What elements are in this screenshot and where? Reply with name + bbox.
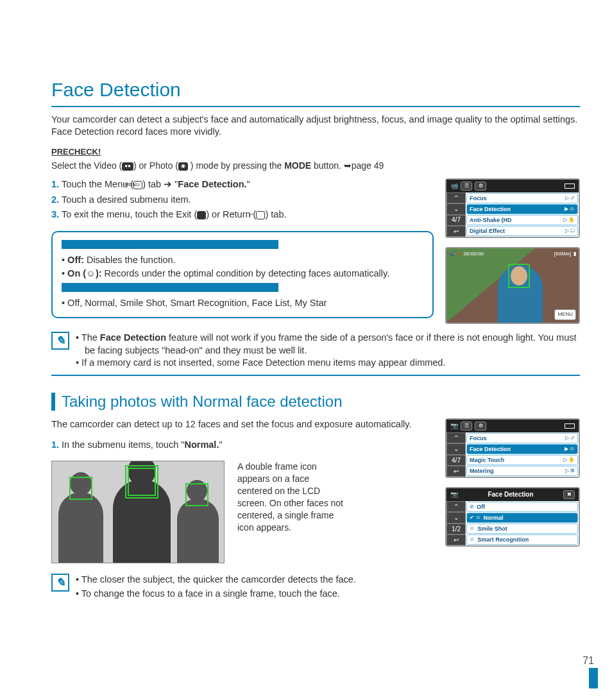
step-num: 1. <box>51 440 59 450</box>
precheck-label: PRECHECK! <box>51 146 580 158</box>
menu-item-focus[interactable]: Focus▷ ⤢ <box>466 193 578 203</box>
note-1b: If a memory card is not inserted, some F… <box>76 357 580 370</box>
note-2: ✎ The closer the subject, the quicker th… <box>51 574 580 601</box>
settings-tab[interactable]: ⚙ <box>475 422 486 431</box>
steps-list: 1.Touch the Menu (MENU) tab ➔ "Face Dete… <box>51 178 434 221</box>
settings-tab[interactable]: ⚙ <box>475 182 486 191</box>
close-button[interactable]: ✖ <box>563 490 575 499</box>
note-icon: ✎ <box>51 574 69 592</box>
down-button[interactable]: ⌄ <box>446 203 466 214</box>
down-button[interactable]: ⌄ <box>446 443 466 454</box>
submenu-off: Off: Disables the function. <box>62 254 423 267</box>
note-2a: The closer the subject, the quicker the … <box>76 574 356 586</box>
up-button[interactable]: ⌃ <box>446 432 466 443</box>
down-button[interactable]: ⌄ <box>446 512 466 523</box>
battery-icon <box>565 423 575 429</box>
submenu-on: On (☺): Records under the optimal condit… <box>62 268 423 280</box>
text: Touch a desired submenu item. <box>62 194 191 205</box>
step-2: 2.Touch a desired submenu item. <box>51 194 434 207</box>
up-button[interactable]: ⌃ <box>446 501 466 512</box>
remain-time: [60Min] <box>554 251 571 258</box>
text: ) tab ➔ " <box>142 179 178 189</box>
precheck-text: Select the Video (●●) or Photo (◉ ) mode… <box>51 160 580 172</box>
text: Face Detection <box>100 332 166 343</box>
text: In the submenu items, touch " <box>62 440 184 450</box>
text: ) tab. <box>265 209 286 219</box>
step-1: 1.Touch the Menu (MENU) tab ➔ "Face Dete… <box>51 178 434 191</box>
mode-icon: 📹 <box>450 182 458 191</box>
submenu-box: Off: Disables the function. On (☺): Reco… <box>51 231 434 319</box>
text: " <box>247 179 250 189</box>
label: On ( <box>67 268 86 278</box>
up-button[interactable]: ⌃ <box>446 192 466 203</box>
text: Disables the function. <box>84 255 176 265</box>
page-number: 71 <box>582 654 594 668</box>
menu-item-magic-touch[interactable]: Magic Touch▷ ✋ <box>466 455 578 465</box>
page-indicator: 4/7 <box>446 455 466 466</box>
note-2b: To change the focus to a face in a singl… <box>76 588 356 601</box>
menu-item-smart-recognition[interactable]: ☺Smart Recognition <box>466 534 578 545</box>
face-icon: ☺ <box>86 268 96 278</box>
header-bar <box>62 283 278 292</box>
menu-item-focus[interactable]: Focus▷ ⤢ <box>466 433 578 443</box>
text: To exit the menu, touch the Exit ( <box>62 209 197 219</box>
note-1a: The Face Detection feature will not work… <box>76 332 580 357</box>
text: button. ➥page 49 <box>311 160 384 171</box>
battery-icon: ▮ <box>574 251 576 258</box>
menu-item-metering[interactable]: Metering▷ ⊞ <box>466 466 578 476</box>
note-icon: ✎ <box>51 332 69 350</box>
menu-item-digital-effect[interactable]: Digital Effect▷ ☐ <box>466 226 578 236</box>
note-1: ✎ The Face Detection feature will not wo… <box>51 332 580 376</box>
mode-icon: 📷 <box>450 490 458 499</box>
text: ) or Photo ( <box>133 160 178 171</box>
menu-item-face-detection[interactable]: Face Detection▶ ☺ <box>466 444 578 454</box>
camera-menu-2: 📷 ☰ ⚙ ⌃ ⌄ 4/7 ↩ Focus▷ ⤢Face Detection▶ … <box>445 418 580 478</box>
text: Touch the Menu ( <box>62 179 133 189</box>
double-frame-inner <box>128 468 156 496</box>
step-num: 3. <box>51 209 59 219</box>
double-frame-caption: A double frame icon appears on a face ce… <box>237 461 346 533</box>
back-button[interactable]: ↩ <box>446 226 466 237</box>
photo-icon: ◉ <box>178 162 188 171</box>
sub-title: Taking photos with Normal face detection <box>62 391 343 412</box>
return-icon: ↩ <box>256 211 265 219</box>
page-corner <box>589 668 598 688</box>
page-title: Face Detection <box>51 77 580 107</box>
back-button[interactable]: ↩ <box>446 466 466 477</box>
menu-item-face-detection[interactable]: Face Detection▶ ☺ <box>466 204 578 214</box>
detection-illustration <box>51 461 225 563</box>
text: Select the Video ( <box>51 160 122 171</box>
page-indicator: 1/2 <box>446 524 466 534</box>
menu-item-off[interactable]: ⊘Off <box>466 502 578 512</box>
menu-item-smile-shot[interactable]: ☺Smile Shot <box>466 524 578 534</box>
header-bar <box>62 240 278 249</box>
subtitle-bar <box>51 393 55 411</box>
single-frame <box>185 483 208 506</box>
timecode: 00:00:00 <box>464 251 484 258</box>
camera-menu-3: 📷 Face Detection ✖ ⌃ ⌄ 1/2 ↩ ⊘Off✔ ☺Norm… <box>445 487 580 547</box>
single-frame <box>69 477 92 500</box>
text: The <box>81 332 100 343</box>
exit-icon: ✖ <box>197 211 206 219</box>
menu-item-anti-shake-(hd[interactable]: Anti-Shake (HD▷ ✋ <box>466 215 578 225</box>
mode-word: MODE <box>284 160 311 171</box>
list-tab[interactable]: ☰ <box>461 182 472 191</box>
face-frame <box>508 264 530 288</box>
text: ) mode by pressing the <box>188 160 284 171</box>
menu-button[interactable]: MENU <box>554 309 576 320</box>
menu-item-normal[interactable]: ✔ ☺Normal <box>466 513 578 523</box>
video-icon: 📹 <box>449 251 455 258</box>
step-b1: 1.In the submenu items, touch "Normal." <box>51 439 434 452</box>
list-tab[interactable]: ☰ <box>461 422 472 431</box>
submenu-list: Off, Normal, Smile Shot, Smart Recogniti… <box>62 297 423 310</box>
back-button[interactable]: ↩ <box>446 534 466 545</box>
label: ): <box>96 268 102 278</box>
live-preview: 📹●00:00:00[60Min]▮ MENU <box>445 247 580 324</box>
video-icon: ●● <box>122 162 133 171</box>
menu-icon: MENU <box>133 181 142 189</box>
text: Face Detection. <box>178 179 246 189</box>
step-num: 2. <box>51 194 59 205</box>
intro2: The camcorder can detect up to 12 faces … <box>51 418 434 431</box>
battery-icon <box>565 184 575 189</box>
menu3-title: Face Detection <box>461 490 561 499</box>
